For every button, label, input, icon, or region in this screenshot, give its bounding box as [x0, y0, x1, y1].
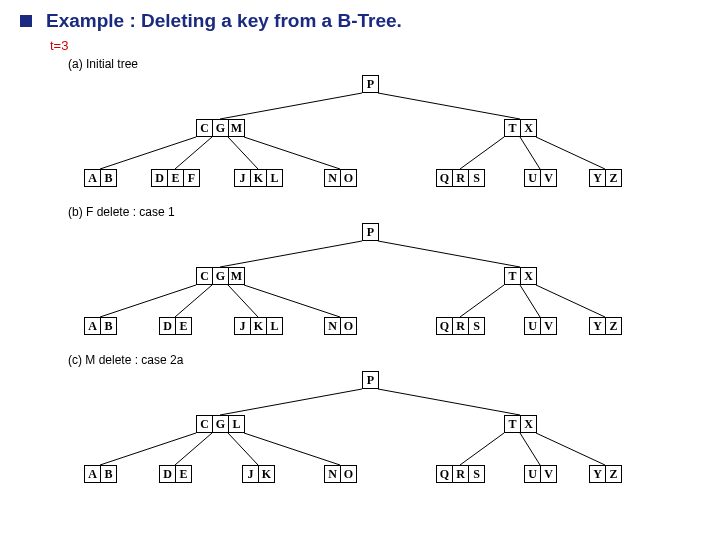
- key-B: B: [101, 318, 116, 334]
- svg-line-26: [536, 433, 605, 465]
- key-L: L: [267, 170, 282, 186]
- internal-node: TX: [504, 119, 537, 137]
- leaf-node: DEF: [151, 169, 200, 187]
- leaf-node: QRS: [436, 169, 485, 187]
- svg-line-0: [220, 93, 362, 119]
- leaf-node: AB: [84, 465, 117, 483]
- key-N: N: [325, 170, 341, 186]
- svg-line-11: [100, 285, 196, 317]
- svg-line-14: [244, 285, 340, 317]
- key-Q: Q: [437, 318, 453, 334]
- key-D: D: [160, 318, 176, 334]
- key-U: U: [525, 170, 541, 186]
- leaf-node: NO: [324, 169, 357, 187]
- key-T: T: [505, 416, 521, 432]
- caption-b: (b) F delete : case 1: [68, 205, 700, 219]
- key-Z: Z: [606, 466, 621, 482]
- key-D: D: [152, 170, 168, 186]
- svg-line-4: [228, 137, 258, 169]
- leaf-node: NO: [324, 317, 357, 335]
- key-N: N: [325, 318, 341, 334]
- key-U: U: [525, 318, 541, 334]
- svg-line-18: [220, 389, 362, 415]
- key-K: K: [251, 170, 267, 186]
- key-Q: Q: [437, 170, 453, 186]
- key-R: R: [453, 466, 469, 482]
- key-B: B: [101, 170, 116, 186]
- key-S: S: [469, 170, 484, 186]
- key-A: A: [85, 318, 101, 334]
- key-V: V: [541, 466, 556, 482]
- leaf-node: QRS: [436, 465, 485, 483]
- key-U: U: [525, 466, 541, 482]
- key-X: X: [521, 120, 536, 136]
- svg-line-25: [520, 433, 540, 465]
- svg-line-20: [100, 433, 196, 465]
- root-node: P: [362, 223, 379, 241]
- svg-line-10: [378, 241, 520, 267]
- leaf-node: YZ: [589, 317, 622, 335]
- leaf-node: UV: [524, 317, 557, 335]
- key-E: E: [168, 170, 184, 186]
- key-R: R: [453, 318, 469, 334]
- key-C: C: [197, 268, 213, 284]
- key-Q: Q: [437, 466, 453, 482]
- svg-line-9: [220, 241, 362, 267]
- svg-line-23: [244, 433, 340, 465]
- key-G: G: [213, 268, 229, 284]
- key-J: J: [235, 170, 251, 186]
- key-L: L: [267, 318, 282, 334]
- key-K: K: [259, 466, 274, 482]
- key-E: E: [176, 466, 191, 482]
- leaf-node: JK: [242, 465, 275, 483]
- svg-line-15: [460, 285, 504, 317]
- key-Y: Y: [590, 466, 606, 482]
- key-T: T: [505, 268, 521, 284]
- tree-c: PCGLTXABDEJKNOQRSUVYZ: [40, 367, 680, 487]
- key-E: E: [176, 318, 191, 334]
- key-P: P: [363, 76, 378, 92]
- tree-b: PCGMTXABDEJKLNOQRSUVYZ: [40, 219, 680, 349]
- svg-line-17: [536, 285, 605, 317]
- leaf-node: DE: [159, 465, 192, 483]
- key-T: T: [505, 120, 521, 136]
- root-node: P: [362, 75, 379, 93]
- key-J: J: [243, 466, 259, 482]
- bullet-icon: [20, 15, 32, 27]
- key-O: O: [341, 466, 356, 482]
- key-R: R: [453, 170, 469, 186]
- svg-line-8: [536, 137, 605, 169]
- key-F: F: [184, 170, 199, 186]
- leaf-node: DE: [159, 317, 192, 335]
- svg-line-7: [520, 137, 540, 169]
- leaf-node: QRS: [436, 317, 485, 335]
- svg-line-5: [244, 137, 340, 169]
- key-X: X: [521, 416, 536, 432]
- key-C: C: [197, 416, 213, 432]
- key-S: S: [469, 318, 484, 334]
- svg-line-1: [378, 93, 520, 119]
- leaf-node: JKL: [234, 169, 283, 187]
- leaf-node: NO: [324, 465, 357, 483]
- key-O: O: [341, 170, 356, 186]
- key-Y: Y: [590, 170, 606, 186]
- key-M: M: [229, 268, 244, 284]
- key-P: P: [363, 224, 378, 240]
- internal-node: CGL: [196, 415, 245, 433]
- key-X: X: [521, 268, 536, 284]
- svg-line-22: [228, 433, 258, 465]
- key-N: N: [325, 466, 341, 482]
- key-Z: Z: [606, 318, 621, 334]
- svg-line-6: [460, 137, 504, 169]
- key-V: V: [541, 170, 556, 186]
- key-G: G: [213, 120, 229, 136]
- svg-line-2: [100, 137, 196, 169]
- svg-line-13: [228, 285, 258, 317]
- t-parameter: t=3: [50, 38, 700, 53]
- leaf-node: UV: [524, 169, 557, 187]
- key-Y: Y: [590, 318, 606, 334]
- leaf-node: YZ: [589, 169, 622, 187]
- internal-node: TX: [504, 267, 537, 285]
- internal-node: CGM: [196, 119, 245, 137]
- key-M: M: [229, 120, 244, 136]
